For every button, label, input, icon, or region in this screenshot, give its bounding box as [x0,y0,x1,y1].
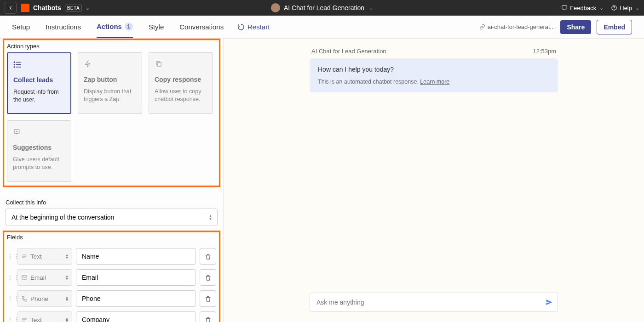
restart-button[interactable]: Restart [237,23,270,31]
delete-field-button[interactable] [200,290,216,307]
brand-chevron-icon[interactable]: ⌄ [86,5,90,11]
back-button[interactable] [5,2,17,14]
page-title-wrap[interactable]: AI Chat for Lead Generation ⌄ [271,3,373,12]
card-desc: Display button that triggers a Zap. [84,88,136,103]
field-type-label: Email [30,274,46,281]
select-updown-icon: ▴▾ [66,254,68,259]
zap-icon [84,60,92,68]
feedback-icon [561,5,568,11]
chat-input[interactable] [310,293,558,312]
chat-subtext-wrap: This is an automated chatbot response. L… [318,79,550,85]
trash-icon [205,316,212,322]
svg-rect-0 [562,6,567,9]
field-row: ⋮⋮ Text ▴▾ [7,248,216,265]
tab-instructions[interactable]: Instructions [46,16,81,38]
collect-timing-value: At the beginning of the conversation [12,214,114,221]
card-title: Suggestions [13,144,65,151]
tab-style[interactable]: Style [149,16,164,38]
field-row: ⋮⋮ Email ▴▾ [7,269,216,286]
share-url[interactable]: ai-chat-for-lead-generat... [479,23,555,30]
action-card-copy-response[interactable]: Copy response Allow user to copy chatbot… [149,52,213,114]
chat-title: AI Chat for Lead Generation [311,48,386,55]
trash-icon [205,274,212,281]
card-desc: Give users default prompts to use. [13,156,65,171]
title-chevron-icon: ⌄ [369,5,373,11]
send-icon [545,298,553,306]
field-type-select[interactable]: Text ▴▾ [17,248,72,265]
field-name-input[interactable] [76,248,196,265]
phone-icon [21,295,28,302]
select-updown-icon: ▴▾ [66,296,68,301]
select-updown-icon: ▴▾ [66,275,68,280]
svg-point-5 [14,64,15,65]
delete-field-button[interactable] [200,311,216,322]
fields-heading: Fields [7,233,216,243]
action-types-heading: Action types [4,42,219,52]
topbar: Chatbots BETA ⌄ AI Chat for Lead Generat… [0,0,644,16]
action-card-suggestions[interactable]: Suggestions Give users default prompts t… [7,120,71,182]
card-desc: Allow user to copy chatbot response. [155,88,207,103]
field-type-select[interactable]: Email ▴▾ [17,269,72,286]
field-type-select[interactable]: Phone ▴▾ [17,290,72,307]
restart-label: Restart [247,23,270,31]
select-updown-icon: ▴▾ [209,215,212,220]
feedback-link[interactable]: Feedback ⌄ [561,5,604,11]
chevron-down-icon: ⌄ [635,5,639,11]
share-button[interactable]: Share [560,20,591,34]
select-updown-icon: ▴▾ [66,317,68,322]
field-type-label: Text [30,316,42,322]
email-icon [21,274,28,281]
brand-logo [21,4,29,12]
action-card-collect-leads[interactable]: Collect leads Request info from the user… [7,52,71,114]
embed-button[interactable]: Embed [597,20,632,34]
drag-handle-icon[interactable]: ⋮⋮ [7,274,13,281]
help-label: Help [620,5,632,11]
svg-point-2 [614,9,615,10]
chat-input-wrap [310,293,558,312]
link-icon [479,24,485,30]
main: Action types Collect leads Request info … [0,39,644,322]
card-title: Collect leads [13,76,65,84]
tab-setup-label: Setup [12,23,30,31]
collect-timing-select[interactable]: At the beginning of the conversation ▴▾ [6,209,218,226]
help-icon [611,5,617,11]
trash-icon [205,253,212,260]
field-name-input[interactable] [76,290,196,307]
text-icon [21,253,28,260]
send-button[interactable] [545,298,553,306]
chat-message: How can I help you today? [318,66,550,73]
brand-name: Chatbots [33,4,61,11]
beta-badge: BETA [65,5,82,11]
left-pane: Action types Collect leads Request info … [0,39,224,322]
drag-handle-icon[interactable]: ⋮⋮ [7,253,13,260]
field-name-input[interactable] [76,269,196,286]
chat-time: 12:53pm [533,48,556,55]
tab-actions-count: 1 [125,23,133,31]
learn-more-link[interactable]: Learn more [420,79,449,85]
tab-conversations[interactable]: Conversations [179,16,224,38]
collect-label: Collect this info [6,198,218,209]
drag-handle-icon[interactable]: ⋮⋮ [7,316,13,322]
drag-handle-icon[interactable]: ⋮⋮ [7,295,13,302]
card-desc: Request info from the user. [13,88,65,104]
trash-icon [205,295,212,302]
chat-area: AI Chat for Lead Generation 12:53pm How … [310,48,558,92]
tab-row: Setup Instructions Actions 1 Style Conve… [0,16,644,39]
tab-style-label: Style [149,23,164,31]
share-url-text: ai-chat-for-lead-generat... [488,23,555,30]
tab-actions-label: Actions [97,23,122,30]
svg-point-3 [14,62,15,63]
delete-field-button[interactable] [200,248,216,265]
tab-actions[interactable]: Actions 1 [97,16,133,38]
field-type-select[interactable]: Text ▴▾ [17,311,72,322]
card-title: Zap button [84,76,136,83]
tab-setup[interactable]: Setup [12,16,30,38]
copy-icon [155,60,163,68]
delete-field-button[interactable] [200,269,216,286]
action-card-zap-button[interactable]: Zap button Display button that triggers … [78,52,142,114]
chat-bubble: How can I help you today? This is an aut… [310,58,558,92]
card-title: Copy response [155,76,207,83]
field-name-input[interactable] [76,311,196,322]
avatar [271,3,280,12]
help-link[interactable]: Help ⌄ [611,5,639,11]
